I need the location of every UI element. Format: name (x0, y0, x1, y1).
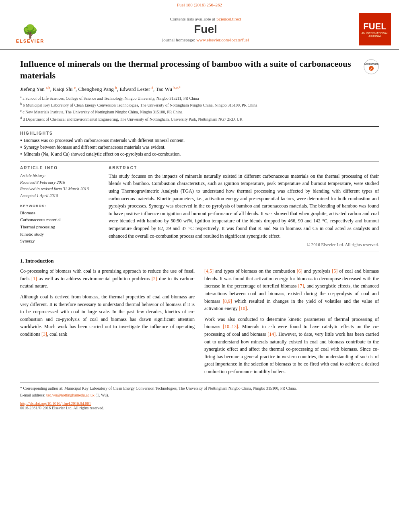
journal-header: 🌳 ELSEVIER Contents lists available at S… (0, 9, 399, 50)
citation-text: Fuel 180 (2016) 256–262 (177, 2, 222, 7)
abstract-separator (20, 251, 379, 251)
intro-para-3: [4,5] and types of biomass on the combus… (204, 267, 379, 312)
article-dates: Article history: Received 8 February 201… (20, 173, 101, 199)
keyword-kinetic: Kinetic study (20, 231, 101, 238)
affil-b: b b Municipal Key Laboratory of Clean En… (20, 102, 379, 108)
abstract-column: ABSTRACT This study focuses on the impac… (109, 166, 379, 247)
journal-title: Fuel (52, 23, 359, 36)
homepage-link[interactable]: www.elsevier.com/locate/fuel (196, 37, 249, 42)
doi-link[interactable]: http://dx.doi.org/10.1016/j.fuel.2016.04… (20, 401, 91, 406)
ref-1[interactable]: [1] (31, 276, 37, 281)
introduction-section: 1. Introduction Co-processing of biomass… (20, 258, 379, 378)
issn-line: 0016-2361/© 2016 Elsevier Ltd. All right… (20, 406, 379, 410)
header-separator (20, 126, 379, 127)
copyright-line: © 2016 Elsevier Ltd. All rights reserved… (109, 242, 379, 247)
footnote-corresponding: * Corresponding author at: Municipal Key… (20, 385, 379, 391)
abstract-section: ABSTRACT This study focuses on the impac… (109, 166, 379, 247)
elsevier-name: ELSEVIER (16, 39, 44, 43)
ref-14[interactable]: [14] (267, 331, 276, 337)
fuel-badge-text: FUEL (363, 21, 386, 32)
received-date: Received 8 February 2016 (20, 179, 101, 186)
svg-text:CrossMark: CrossMark (364, 62, 378, 65)
fuel-badge: FUEL AN INTERNATIONALJOURNAL (359, 13, 391, 45)
ref-5b[interactable]: [5] (332, 268, 337, 274)
footnotes-block: * Corresponding author at: Municipal Key… (20, 382, 379, 410)
article-info-column: ARTICLE INFO Article history: Received 8… (20, 166, 101, 247)
article-title-block: Influence of minerals on the thermal pro… (20, 58, 379, 81)
intro-right-col: [4,5] and types of biomass on the combus… (204, 267, 379, 378)
bullet-icon: • (20, 145, 22, 150)
intro-columns: Co-processing of biomass with coal is a … (20, 267, 379, 378)
intro-para-4: Work was also conducted to determine kin… (204, 316, 379, 376)
intro-left-col: Co-processing of biomass with coal is a … (20, 267, 195, 378)
ref-10[interactable]: [10] (239, 306, 247, 311)
highlight-3: • Minerals (Na, K and Ca) showed catalyt… (20, 152, 379, 157)
ref-7[interactable]: [7] (298, 283, 304, 289)
citation-bar: Fuel 180 (2016) 256–262 (0, 0, 399, 9)
svg-text:✓: ✓ (370, 67, 373, 71)
ref-3[interactable]: [3] (41, 331, 47, 337)
revised-date: Received in revised form 31 March 2016 (20, 186, 101, 192)
intro-para-2: Although coal is derived from biomass, t… (20, 293, 195, 338)
history-label: Article history: (20, 173, 101, 179)
email-link[interactable]: tao.wu@nottinghamedu.ac.uk (46, 393, 95, 397)
crossmark-icon: CrossMark ✓ (364, 59, 379, 74)
info-abstract-columns: ARTICLE INFO Article history: Received 8… (20, 166, 379, 247)
affiliations-block: a a School of Life Sciences, College of … (20, 95, 379, 122)
sciencedirect-line: Contents lists available at ScienceDirec… (52, 16, 359, 21)
ref-2[interactable]: [2] (152, 276, 157, 281)
author-jiefeng: Jiefeng Yan a,b, Kaiqi Shi c, Chengheng … (20, 86, 181, 92)
highlights-label: HIGHLIGHTS (20, 131, 379, 136)
ref-1013[interactable]: [10–13] (223, 324, 238, 329)
journal-center: Contents lists available at ScienceDirec… (52, 16, 359, 42)
fuel-subtitle: AN INTERNATIONALJOURNAL (361, 32, 388, 37)
keywords-section: Keywords: Biomass Carbonaceous material … (20, 204, 101, 245)
intro-para-1: Co-processing of biomass with coal is a … (20, 267, 195, 290)
elsevier-logo: 🌳 ELSEVIER (8, 15, 52, 43)
accepted-date: Accepted 1 April 2016 (20, 193, 101, 199)
ref-6[interactable]: [6] (297, 268, 302, 274)
keyword-synergy: Synergy (20, 238, 101, 245)
authors-line: Jiefeng Yan a,b, Kaiqi Shi c, Chengheng … (20, 85, 379, 92)
ref-45[interactable]: [4,5] (204, 268, 214, 274)
affil-a: a a School of Life Sciences, College of … (20, 95, 379, 101)
article-title-text: Influence of minerals on the thermal pro… (20, 58, 360, 81)
bullet-icon: • (20, 152, 22, 157)
footnote-email: E-mail address: tao.wu@nottinghamedu.ac.… (20, 392, 379, 398)
affil-c: c c New Materials Institute, The Univers… (20, 109, 379, 115)
abstract-label: ABSTRACT (109, 166, 379, 170)
intro-title: 1. Introduction (20, 258, 379, 264)
highlights-section: HIGHLIGHTS • Biomass was co-processed wi… (20, 131, 379, 157)
keyword-carbonaceous: Carbonaceous material (20, 216, 101, 224)
sciencedirect-link[interactable]: ScienceDirect (216, 16, 241, 21)
elsevier-tree-icon: 🌳 (22, 25, 38, 38)
doi-line: http://dx.doi.org/10.1016/j.fuel.2016.04… (20, 401, 379, 406)
keywords-label: Keywords: (20, 204, 101, 208)
keyword-thermal: Thermal processing (20, 224, 101, 231)
keyword-biomass: Biomass (20, 210, 101, 217)
homepage-line: journal homepage: www.elsevier.com/locat… (52, 37, 359, 42)
highlights-separator (20, 161, 379, 162)
main-content: Influence of minerals on the thermal pro… (0, 50, 399, 418)
highlight-1: • Biomass was co-processed with carbonac… (20, 138, 379, 144)
bullet-icon: • (20, 138, 22, 144)
article-info-label: ARTICLE INFO (20, 166, 101, 170)
highlight-2: • Synergy between biomass and different … (20, 145, 379, 150)
abstract-text: This study focuses on the impacts of min… (109, 173, 379, 240)
ref-89[interactable]: [8,9] (223, 298, 232, 304)
affil-d: d d Department of Chemical and Environme… (20, 116, 379, 122)
article-info-section: ARTICLE INFO Article history: Received 8… (20, 166, 101, 199)
